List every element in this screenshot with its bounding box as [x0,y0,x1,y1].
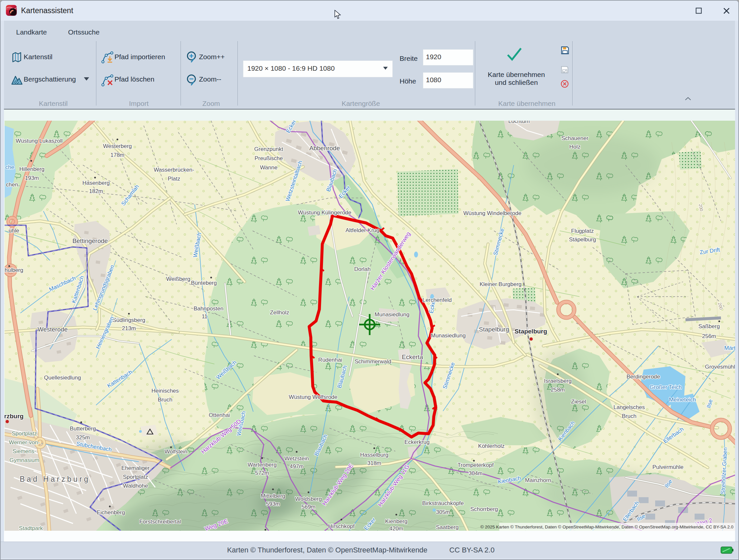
svg-text:Flugplatz: Flugplatz [571,228,594,234]
svg-text:Holz: Holz [569,144,581,150]
svg-text:Bünteberg: Bünteberg [191,280,217,286]
svg-text:Westerberg: Westerberg [103,143,132,149]
svg-text:Waldhöhe: Waldhöhe [123,483,148,489]
svg-text:305m: 305m [436,509,450,515]
svg-text:593m: 593m [266,501,280,507]
svg-text:569m: 569m [302,504,316,510]
svg-text:Munasiedlung: Munasiedlung [431,332,466,339]
svg-text:Wolfstein: Wolfstein [164,448,187,455]
svg-text:Preußische: Preußische [255,155,283,161]
svg-text:che: che [5,164,14,170]
svg-text:Wüstung Wolfsrode: Wüstung Wolfsrode [289,394,337,400]
svg-text:Schorrberg: Schorrberg [470,506,498,512]
svg-text:Großer Teich: Großer Teich [649,384,682,390]
svg-text:572m: 572m [255,470,269,476]
svg-text:Wasserbrücken-: Wasserbrücken- [154,167,194,173]
svg-text:Siemens-: Siemens- [12,448,36,454]
svg-text:Munasiedlung: Munasiedlung [375,311,410,318]
svg-text:Zellholz: Zellholz [270,309,289,316]
svg-text:193m: 193m [25,175,39,181]
svg-text:420m: 420m [390,526,404,531]
svg-text:Lochtum: Lochtum [508,118,530,124]
svg-text:178m: 178m [111,152,125,158]
svg-text:Bruch: Bruch [158,397,172,403]
svg-text:Forstschreibertal: Forstschreibertal [139,519,181,525]
svg-text:Eckerkrug: Eckerkrug [405,439,430,445]
svg-text:Stapelburg: Stapelburg [479,326,509,333]
svg-text:hulberg: hulberg [5,267,23,273]
svg-text:182m: 182m [89,188,103,194]
svg-text:Trompeterkopf: Trompeterkopf [457,462,494,468]
svg-text:318m: 318m [367,460,382,466]
svg-text:256m: 256m [702,333,716,339]
svg-text:Schimmerwald: Schimmerwald [354,359,391,365]
svg-text:11: 11 [201,313,207,320]
svg-text:Ehemaliger: Ehemaliger [121,465,150,471]
svg-text:Berdingerode: Berdingerode [626,374,660,380]
svg-text:Märte: Märte [724,345,735,351]
svg-text:Meineteich: Meineteich [669,397,696,403]
svg-text:Woldsberg: Woldsberg [295,496,322,502]
svg-text:Kienberg: Kienberg [385,518,408,525]
svg-text:Wetzstein: Wetzstein [285,455,309,462]
svg-text:Bahnposten: Bahnposten [194,305,224,312]
svg-text:Wüstung Külingerode: Wüstung Külingerode [298,209,351,216]
svg-text:Hirschkopf: Hirschkopf [328,523,355,529]
svg-text:Mainzhorn: Mainzhorn [525,477,551,483]
svg-text:497m: 497m [290,463,304,469]
svg-text:Ottenhai: Ottenhai [209,412,230,418]
svg-text:Abbenrode: Abbenrode [309,145,340,152]
svg-text:Heinisches: Heinisches [151,388,179,394]
svg-text:Köhlerholz: Köhlerholz [478,443,504,449]
svg-text:Grovesmühle: Grovesmühle [705,364,735,370]
svg-text:325m: 325m [76,434,90,441]
svg-text:Hasenberg: Hasenberg [82,180,110,186]
svg-text:304m: 304m [469,470,483,476]
svg-text:Altfelder Krug: Altfelder Krug [346,227,380,234]
svg-text:Butterberg: Butterberg [70,425,96,432]
svg-text:Bruch: Bruch [622,413,636,419]
svg-text:Ziesel: Ziesel [571,399,586,405]
svg-text:Gymnasium: Gymnasium [10,457,39,463]
svg-text:Wanne: Wanne [260,164,277,171]
svg-text:Wüstung Windelberode: Wüstung Windelberode [463,210,522,217]
svg-text:Bad Harzburg: Bad Harzburg [20,475,90,483]
svg-text:Werner-von-: Werner-von- [9,439,40,446]
svg-text:Südlingsberg: Südlingsberg [113,317,145,323]
svg-text:Westerode: Westerode [37,326,68,333]
svg-text:Mittelberg: Mittelberg [261,493,285,499]
svg-text:Quellesiedlung: Quellesiedlung [44,375,81,381]
svg-text:Eichenberg: Eichenberg [97,509,125,516]
svg-text:Rüdenhai: Rüdenhai [318,357,342,363]
svg-text:Stäpelburg: Stäpelburg [569,237,596,243]
svg-text:Bettingerode: Bettingerode [72,238,108,244]
svg-text:Hasselburg: Hasselburg [360,452,389,458]
svg-text:Birksträuchköpfe: Birksträuchköpfe [422,500,464,507]
svg-text:Stadtpark: Stadtpark [19,525,43,531]
svg-text:Schauener: Schauener [561,135,589,141]
svg-text:Stapelburg: Stapelburg [514,328,547,335]
svg-text:Pulvermühle: Pulvermühle [652,464,684,470]
svg-text:Saatberg: Saatberg [436,524,459,530]
svg-text:Eckerta: Eckerta [402,354,423,361]
svg-text:Dorlah: Dorlah [354,266,371,272]
svg-text:Israelsberg: Israelsberg [544,378,572,384]
svg-text:Harzburg: Harzburg [4,413,24,420]
svg-text:Hillenberg: Hillenberg [19,166,45,172]
svg-text:Grenzpunkt: Grenzpunkt [254,146,283,152]
svg-text:© 2025 Karten © Thunderforest,: © 2025 Karten © Thunderforest, Daten © O… [480,525,733,529]
svg-text:Weißberg: Weißberg [166,276,190,282]
svg-text:Platz: Platz [168,176,180,182]
svg-text:Sportplatz: Sportplatz [123,474,148,480]
svg-text:Lerchenfeld: Lerchenfeld [423,297,452,303]
svg-text:ühle: ühle [9,228,19,234]
svg-text:Saßberg: Saßberg [698,323,720,329]
svg-text:Langelsches: Langelsches [613,404,644,410]
svg-text:Kleiner Burgberg: Kleiner Burgberg [479,281,522,287]
svg-text:Wüstung Lukaszoll: Wüstung Lukaszoll [16,138,63,144]
svg-text:Wartenberg: Wartenberg [248,462,277,468]
svg-text:258m: 258m [551,387,565,393]
svg-text:213m: 213m [122,325,136,331]
svg-text:chen: chen [6,181,18,188]
svg-text:Sportplatz: Sportplatz [12,430,37,437]
